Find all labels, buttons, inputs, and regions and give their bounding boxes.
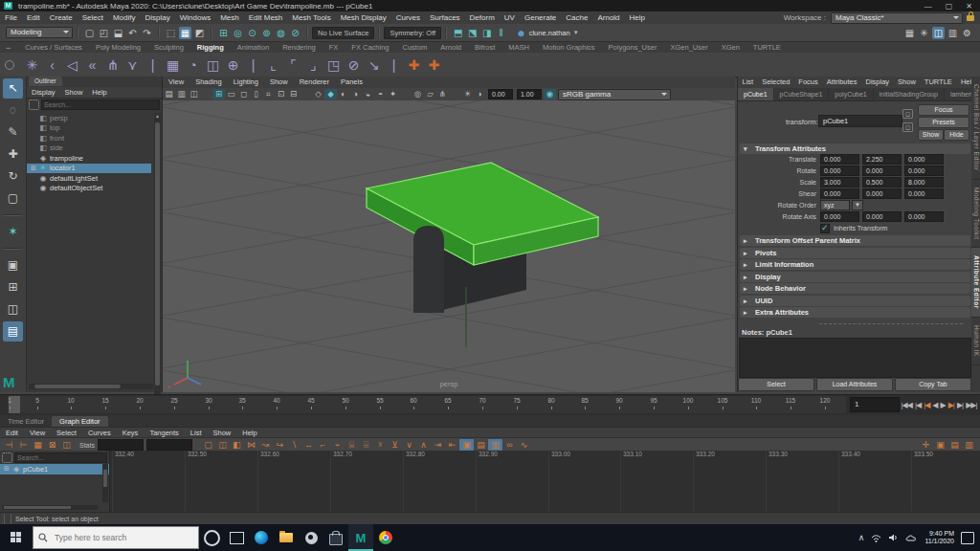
shelf-tab[interactable]: TURTLE	[746, 43, 788, 52]
lattice-icon[interactable]: ▦	[163, 55, 183, 75]
shelf-tab[interactable]: FX	[323, 43, 345, 52]
attribute-editor-menu-item[interactable]: List	[738, 77, 758, 88]
shelf-tab[interactable]: Sculpting	[147, 43, 190, 52]
frame-tick[interactable]: 10	[59, 397, 82, 404]
filter-icon[interactable]	[29, 99, 39, 110]
value-field-z[interactable]: 0.000	[904, 165, 944, 176]
unify-tangents-icon[interactable]: ⊻	[388, 439, 402, 451]
task-view-icon[interactable]	[224, 524, 249, 551]
shelf-tab[interactable]: Rendering	[276, 43, 323, 52]
channel-item[interactable]: ⊞ ◈ pCube1	[0, 464, 109, 474]
attribute-editor-menu-item[interactable]: TURTLE	[920, 77, 956, 88]
steam-icon[interactable]	[299, 524, 323, 551]
outliner-search-input[interactable]	[41, 99, 160, 110]
frame-tick[interactable]: 15	[94, 397, 117, 404]
chevron-down-icon[interactable]: ▼	[852, 200, 863, 210]
scrollbar-thumb[interactable]	[155, 122, 160, 386]
pause-viewport-icon[interactable]: ‖	[495, 27, 507, 39]
divider[interactable]	[445, 27, 447, 38]
graph-editor-curve-view[interactable]: 332.40 332.50 332.60 332.70 332.80 332.9…	[110, 451, 980, 512]
filter-icon[interactable]	[2, 452, 12, 463]
ik-spline-icon[interactable]: «	[82, 55, 102, 75]
sidebar-tab[interactable]: Attribute Editor	[971, 248, 980, 318]
step-forward-frame-button[interactable]: ▶|	[955, 401, 964, 409]
collapsed-section-header[interactable]: Transform Offset Parent Matrix	[740, 235, 970, 246]
start-button[interactable]	[0, 524, 33, 551]
value-field-y[interactable]: 0.000	[862, 211, 902, 222]
select-button[interactable]: Select	[738, 378, 814, 391]
viewport-menu-item[interactable]: Panels	[335, 77, 368, 88]
isolate-select-icon[interactable]: ◎	[412, 89, 424, 99]
editor-tab[interactable]: Time Editor	[0, 416, 52, 427]
redo-icon[interactable]: ↷	[141, 27, 153, 39]
safe-title-icon[interactable]: ⊟	[287, 89, 300, 99]
bookmark-icon[interactable]: ▥	[175, 89, 188, 99]
frame-tick[interactable]: 90	[608, 397, 631, 404]
curve-smoothness-icon[interactable]: ∿	[517, 439, 531, 451]
view-transform-icon[interactable]: ◉	[544, 89, 556, 99]
menu-item[interactable]: Create	[45, 11, 78, 24]
outliner-menu-item[interactable]: Display	[27, 87, 60, 98]
rotate-tool-icon[interactable]: ↻	[3, 166, 23, 187]
attribute-editor-menu-item[interactable]: Selected	[758, 77, 794, 88]
go-to-start-button[interactable]: |◀◀	[900, 401, 913, 409]
exposure-icon[interactable]: ☀	[461, 89, 474, 99]
volume-icon[interactable]	[888, 533, 899, 542]
cortana-icon[interactable]	[199, 524, 224, 551]
xray-icon[interactable]: ▱	[424, 89, 436, 99]
attribute-editor-menu-item[interactable]: Display	[861, 77, 894, 88]
viewport-menu-item[interactable]: Lighting	[228, 77, 264, 88]
outliner-item[interactable]: ◉ defaultLightSet	[27, 173, 151, 184]
layout-two-pane-icon[interactable]: ◫	[3, 299, 23, 320]
exposure-field[interactable]: 0.00	[488, 89, 513, 99]
flat-tangent-icon[interactable]: ↔	[301, 439, 316, 451]
frame-tick[interactable]: 1	[0, 397, 21, 404]
new-scene-icon[interactable]: ▢	[83, 27, 96, 39]
menu-item[interactable]: Surfaces	[425, 11, 465, 24]
shelf-tab[interactable]: FX Caching	[345, 43, 395, 52]
infinity-icon[interactable]: ∞	[502, 439, 517, 451]
buffer-snapshot-icon[interactable]: ⌸	[345, 439, 359, 451]
remove-influence-icon[interactable]: ✚	[424, 55, 444, 75]
graph-outliner-vscrollbar[interactable]	[102, 464, 108, 502]
outliner-horizontal-scrollbar[interactable]	[29, 384, 153, 389]
title-bar[interactable]: M trampoline.mb* - Autodesk Maya 2020: C…	[0, 0, 980, 11]
shelf-collapse-icon[interactable]: −	[6, 43, 11, 53]
value-field-x[interactable]: 0.000	[820, 188, 859, 199]
snap-view-plane-icon[interactable]: ◍	[275, 27, 287, 39]
sidebar-tab[interactable]: Channel Box / Layer Editor	[971, 77, 980, 180]
menu-item[interactable]: UV	[500, 11, 520, 24]
step-forward-key-button[interactable]: ▶|	[947, 401, 955, 409]
minimize-button[interactable]: —	[924, 2, 932, 11]
scrollbar-thumb[interactable]	[103, 470, 107, 487]
shelf-tab[interactable]: Arnold	[434, 43, 468, 52]
focus-button[interactable]: Focus	[918, 104, 969, 116]
frame-tick[interactable]: 110	[745, 397, 768, 404]
value-field-x[interactable]: 0.000	[820, 165, 859, 176]
divider[interactable]	[306, 27, 308, 38]
load-selected-icon[interactable]: ▤	[474, 439, 488, 451]
show-hidden-icons-icon[interactable]: ∧	[858, 533, 865, 542]
snap-projected-center-icon[interactable]: ⊚	[260, 27, 273, 39]
pose-editor-icon[interactable]: ↘	[364, 55, 384, 75]
cluster-icon[interactable]: ◔	[183, 55, 203, 75]
ao-icon[interactable]: ◓	[374, 89, 387, 99]
attribute-editor-toggle-icon[interactable]: ▥	[947, 27, 959, 39]
outliner-menu-item[interactable]: Show	[60, 87, 88, 98]
scroll-up-icon[interactable]: ▲	[154, 113, 161, 119]
current-frame-field[interactable]: 1	[850, 397, 900, 412]
scrollbar-thumb[interactable]	[4, 506, 71, 509]
viewport-menu-item[interactable]: Shading	[189, 77, 228, 88]
frame-tick[interactable]: 70	[471, 397, 494, 404]
inherits-transform-checkbox[interactable]	[820, 224, 830, 233]
viewport-menu-item[interactable]: View	[163, 77, 189, 88]
frame-tick[interactable]: 60	[402, 397, 425, 404]
user-account-menu[interactable]: ☻ clune.nathan ▼	[516, 28, 578, 38]
frame-tick[interactable]: 50	[334, 397, 357, 404]
shaded-icon[interactable]: ◆	[324, 89, 337, 99]
lock-workspace-icon[interactable]	[967, 15, 974, 21]
value-field-y[interactable]: 2.250	[862, 154, 902, 165]
humanik-character-icon[interactable]: ⋔	[102, 55, 122, 75]
sep[interactable]: |	[143, 55, 163, 75]
outliner-item[interactable]: ◧ front	[27, 133, 151, 143]
